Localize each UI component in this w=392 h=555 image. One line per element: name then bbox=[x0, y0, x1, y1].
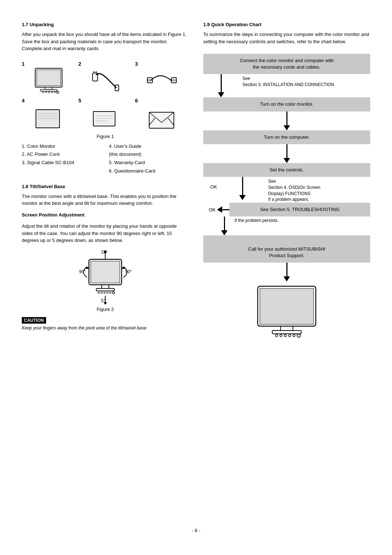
svg-point-8 bbox=[54, 92, 56, 93]
svg-rect-1 bbox=[37, 70, 61, 86]
flow-arrow-3 bbox=[203, 144, 370, 163]
svg-point-43 bbox=[110, 292, 111, 293]
flow-if-persists-area: If the problem persists. bbox=[203, 216, 370, 235]
list-item-1: 1. Color Monitor bbox=[22, 143, 102, 150]
svg-text:90°: 90° bbox=[125, 269, 132, 274]
flow-ok-1-label: OK bbox=[203, 177, 217, 190]
svg-text:90°: 90° bbox=[79, 269, 86, 274]
final-monitor-figure bbox=[250, 284, 323, 343]
flow-arrow-1-area: See Section 3. INSTALLATION AND CONNECTI… bbox=[203, 74, 370, 97]
svg-rect-37 bbox=[102, 285, 109, 288]
svg-point-4 bbox=[42, 92, 44, 93]
svg-point-42 bbox=[107, 292, 108, 293]
section-17: 1.7 Unpacking After you unpack the box y… bbox=[22, 22, 189, 52]
power-cord-icon bbox=[89, 68, 122, 95]
svg-point-39 bbox=[98, 292, 99, 293]
left-column: 1.7 Unpacking After you unpack the box y… bbox=[22, 22, 189, 520]
figure-item-2: 2 bbox=[78, 61, 132, 95]
svg-rect-55 bbox=[281, 326, 293, 331]
svg-rect-3 bbox=[40, 89, 57, 91]
section-17-heading: 1.7 Unpacking bbox=[22, 22, 189, 27]
svg-point-6 bbox=[48, 92, 50, 93]
figure-1-caption: Figure 1 bbox=[22, 134, 189, 139]
figure-item-4: 4 bbox=[22, 98, 75, 131]
users-guide-icon bbox=[32, 104, 65, 131]
section-19-intro: To summarize the steps in connecting you… bbox=[203, 31, 370, 45]
svg-rect-11 bbox=[115, 85, 119, 91]
page: 1.7 Unpacking After you unpack the box y… bbox=[0, 0, 392, 555]
list-item-4b: (this document) bbox=[109, 151, 189, 158]
svg-rect-32 bbox=[149, 112, 174, 128]
svg-rect-54 bbox=[260, 288, 314, 324]
figure-1-section: 1 bbox=[22, 61, 189, 175]
svg-point-5 bbox=[45, 92, 47, 93]
svg-rect-38 bbox=[96, 288, 114, 291]
figure-item-1: 1 bbox=[22, 61, 75, 95]
flow-if-persists-text: If the problem persists. bbox=[232, 216, 278, 223]
flow-box-4: Set the controls. bbox=[203, 163, 370, 177]
section-18-heading: 1.8 Tilt/Swivel Base bbox=[22, 184, 189, 189]
flow-see-4: See Section 4. OSD(On Screen Display) FU… bbox=[268, 177, 370, 203]
svg-point-61 bbox=[293, 335, 295, 337]
svg-point-41 bbox=[104, 292, 105, 293]
figure-item-3: 3 bbox=[135, 61, 189, 95]
flow-see-1: See Section 3. INSTALLATION AND CONNECTI… bbox=[239, 76, 334, 88]
svg-rect-23 bbox=[36, 110, 60, 128]
list-item-6: 6. Questionnaire-Card bbox=[109, 167, 189, 175]
flow-arrow-5 bbox=[217, 216, 232, 235]
figure-2-diagram: 90° 90° 15° 5° Figure 2 bbox=[22, 248, 189, 316]
section-19-heading: 1.9 Quick Operation Chart bbox=[203, 22, 370, 27]
flow-box-3: Turn on the computer. bbox=[203, 130, 370, 144]
page-number: - 8 - bbox=[22, 528, 370, 533]
svg-point-58 bbox=[280, 335, 282, 337]
caution-section: CAUTION Keep your fingers away from the … bbox=[22, 317, 189, 331]
final-monitor-svg bbox=[250, 284, 323, 343]
section-18-body: The monitor comes with a tilt/swivel bas… bbox=[22, 193, 189, 207]
svg-point-9 bbox=[57, 91, 59, 93]
flow-box-6-wrapper: Call for your authorized MITSUBISHI Prod… bbox=[203, 235, 370, 263]
svg-point-59 bbox=[284, 335, 286, 337]
svg-point-57 bbox=[275, 335, 278, 337]
list-item-3: 3. Signal Cable SC-B104 bbox=[22, 159, 102, 167]
svg-point-40 bbox=[101, 292, 102, 293]
svg-point-44 bbox=[113, 292, 115, 294]
list-item-5: 5. Warranty-Card bbox=[109, 159, 189, 167]
svg-point-7 bbox=[51, 92, 53, 93]
figure-item-6: 6 bbox=[135, 98, 189, 131]
figure-item-5: 5 bbox=[78, 98, 132, 131]
section-19: 1.9 Quick Operation Chart To summarize t… bbox=[203, 22, 370, 45]
list-item-4: 4. User's Guide bbox=[109, 143, 189, 150]
svg-rect-56 bbox=[272, 331, 301, 334]
svg-point-60 bbox=[289, 335, 291, 337]
svg-point-62 bbox=[297, 334, 301, 337]
main-content: 1.7 Unpacking After you unpack the box y… bbox=[22, 22, 370, 520]
svg-text:15°: 15° bbox=[101, 250, 107, 255]
screen-position-body: Adjust the tilt and rotation of the moni… bbox=[22, 223, 189, 244]
questionnaire-card-icon bbox=[146, 104, 178, 131]
warranty-card-icon bbox=[89, 104, 122, 131]
flow-left-arrow bbox=[217, 206, 229, 213]
svg-text:5°: 5° bbox=[101, 298, 105, 303]
flow-box-5-container: See Section 5. TROUBLESHOOTING bbox=[229, 203, 370, 216]
flow-box-6: Call for your authorized MITSUBISHI Prod… bbox=[203, 235, 370, 263]
section-17-body: After you unpack the box you should have… bbox=[22, 31, 189, 52]
section-18: 1.8 Tilt/Swivel Base The monitor comes w… bbox=[22, 184, 189, 331]
flow-arrow-6 bbox=[203, 263, 370, 281]
right-column: 1.9 Quick Operation Chart To summarize t… bbox=[203, 22, 370, 520]
signal-cable-icon bbox=[146, 68, 178, 95]
svg-rect-28 bbox=[93, 112, 115, 126]
flow-arrow-2 bbox=[203, 112, 370, 130]
caution-label: CAUTION bbox=[22, 317, 46, 324]
flow-box-1: Connect the color monitor and computer w… bbox=[203, 54, 370, 74]
list-item-2: 2. AC Power Cord bbox=[22, 151, 102, 158]
caution-text: Keep your fingers away from the pivot ar… bbox=[22, 325, 147, 331]
flow-ok-2-label: OK bbox=[203, 207, 217, 212]
figure-1-item-list: 1. Color Monitor 4. User's Guide 2. AC P… bbox=[22, 143, 189, 175]
flow-ok2-area: OK See Section 5. TROUBLESHOOTING bbox=[203, 203, 370, 216]
screen-position-heading: Screen Position Adjustment bbox=[22, 212, 85, 218]
svg-rect-36 bbox=[91, 261, 120, 283]
flow-box-2: Turn on the color monitor. bbox=[203, 97, 370, 111]
monitor-icon-1 bbox=[32, 68, 65, 95]
flowchart: Connect the color monitor and computer w… bbox=[203, 54, 370, 343]
figure-2-caption: Figure 2 bbox=[97, 307, 114, 312]
